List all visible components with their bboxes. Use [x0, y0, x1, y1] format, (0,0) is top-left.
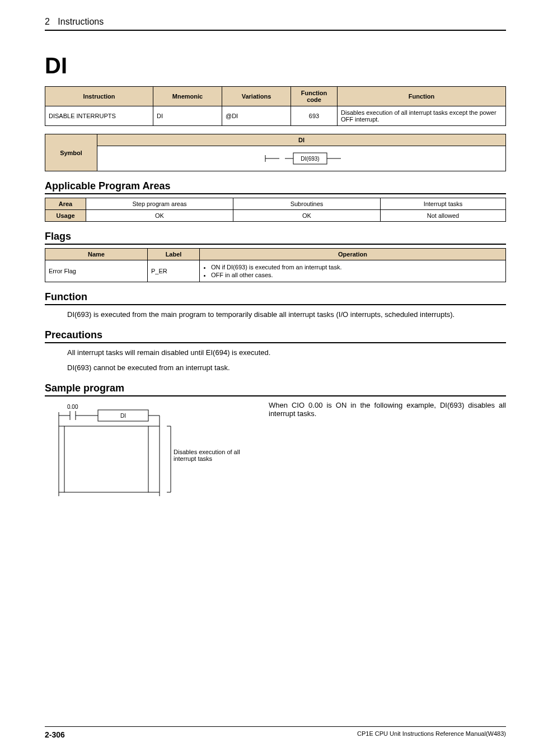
- areas-col-sub: Subroutines: [233, 198, 381, 210]
- section-flags: Flags: [45, 231, 506, 245]
- areas-area-label: Area: [45, 198, 86, 210]
- flags-th-label: Label: [148, 249, 200, 260]
- symbol-box-label: DI(693): [301, 156, 319, 162]
- footer-doc-title: CP1E CPU Unit Instructions Reference Man…: [357, 730, 506, 739]
- page-footer: 2-306 CP1E CPU Unit Instructions Referen…: [45, 726, 506, 739]
- page-number: 2-306: [45, 730, 65, 739]
- section-sample: Sample program: [45, 382, 506, 396]
- contact-label: 0.00: [67, 404, 78, 410]
- ladder-box-label: DI: [120, 413, 126, 419]
- ladder-svg: 0.00 DI: [56, 401, 179, 502]
- symbol-header: DI: [97, 134, 506, 146]
- precaution-1: All interrupt tasks will remain disabled…: [67, 348, 506, 358]
- td-mnemonic: DI: [153, 106, 222, 126]
- flags-op-1: ON if DI(693) is executed from an interr…: [211, 264, 502, 270]
- svg-rect-13: [64, 426, 148, 492]
- section-precautions: Precautions: [45, 329, 506, 343]
- td-function: Disables execution of all interrupt task…: [338, 106, 506, 126]
- td-variations: @DI: [222, 106, 291, 126]
- precaution-2: DI(693) cannot be executed from an inter…: [67, 363, 506, 374]
- th-function: Function: [338, 87, 506, 106]
- areas-table: Area Step program areas Subroutines Inte…: [45, 198, 506, 222]
- symbol-table: Symbol DI DI(693): [45, 134, 506, 171]
- areas-col-int: Interrupt tasks: [381, 198, 506, 210]
- instruction-title: DI: [45, 53, 506, 78]
- page-header: 2 Instructions: [45, 17, 506, 31]
- section-applicable-areas: Applicable Program Areas: [45, 180, 506, 194]
- ladder-note: Disables execution of all interrupt task…: [174, 449, 246, 462]
- flags-td-name: Error Flag: [45, 260, 148, 282]
- th-instruction: Instruction: [45, 87, 153, 106]
- section-function: Function: [45, 291, 506, 305]
- instruction-summary-table: Instruction Mnemonic Variations Function…: [45, 86, 506, 126]
- symbol-diagram: DI(693): [101, 148, 502, 169]
- chapter-number: 2: [45, 17, 50, 27]
- areas-val-int: Not allowed: [381, 210, 506, 222]
- chapter-title: Instructions: [58, 17, 104, 26]
- th-mnemonic: Mnemonic: [153, 87, 222, 106]
- flags-td-op: ON if DI(693) is executed from an interr…: [200, 260, 506, 282]
- flags-th-op: Operation: [200, 249, 506, 260]
- symbol-side-label: Symbol: [45, 134, 97, 171]
- areas-val-step: OK: [86, 210, 233, 222]
- areas-val-sub: OK: [233, 210, 381, 222]
- td-function-code: 693: [291, 106, 338, 126]
- sample-text: When CIO 0.00 is ON in the following exa…: [257, 401, 506, 513]
- td-instruction: DISABLE INTERRUPTS: [45, 106, 153, 126]
- areas-usage-label: Usage: [45, 210, 86, 222]
- symbol-svg: DI(693): [246, 150, 358, 167]
- areas-col-step: Step program areas: [86, 198, 233, 210]
- function-text: DI(693) is executed from the main progra…: [67, 310, 506, 320]
- flags-th-name: Name: [45, 249, 148, 260]
- flags-op-2: OFF in all other cases.: [211, 272, 502, 278]
- flags-td-label: P_ER: [148, 260, 200, 282]
- symbol-cell: DI(693): [97, 146, 506, 171]
- th-variations: Variations: [222, 87, 291, 106]
- th-function-code: Function code: [291, 87, 338, 106]
- flags-table: Name Label Operation Error Flag P_ER ON …: [45, 248, 506, 282]
- ladder-diagram-area: 0.00 DI: [45, 401, 257, 513]
